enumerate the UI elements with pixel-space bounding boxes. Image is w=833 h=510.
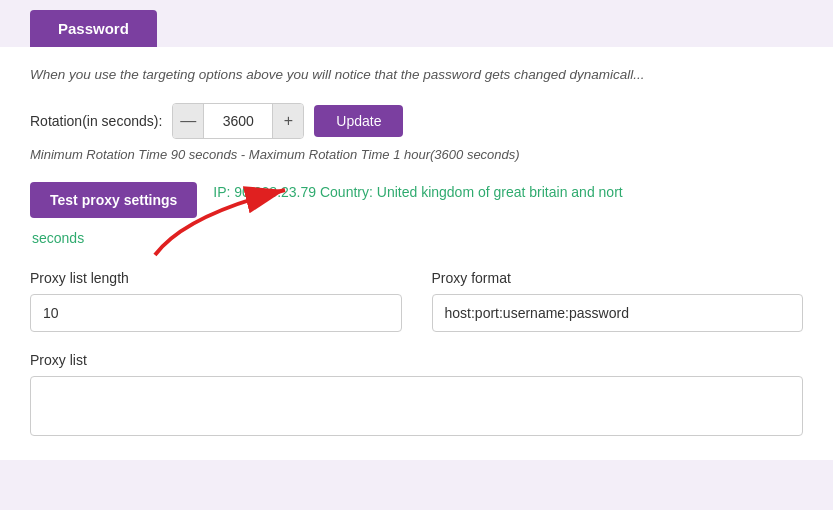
- increment-button[interactable]: +: [273, 104, 303, 138]
- proxy-list-length-group: Proxy list length: [30, 270, 402, 332]
- proxy-format-label: Proxy format: [432, 270, 804, 286]
- proxy-list-length-label: Proxy list length: [30, 270, 402, 286]
- seconds-text: seconds: [30, 230, 84, 246]
- rotation-label: Rotation(in seconds):: [30, 113, 162, 129]
- proxy-list-length-input[interactable]: [30, 294, 402, 332]
- rotation-row: Rotation(in seconds): — + Update: [30, 103, 803, 139]
- tab-password[interactable]: Password: [30, 10, 157, 47]
- arrow-icon: [125, 175, 345, 265]
- rotation-stepper: — +: [172, 103, 304, 139]
- proxy-list-textarea[interactable]: [30, 376, 803, 436]
- proxy-list-section: Proxy list: [30, 352, 803, 440]
- rotation-hint: Minimum Rotation Time 90 seconds - Maxim…: [30, 147, 803, 162]
- proxy-settings-row: Proxy list length Proxy format: [30, 270, 803, 332]
- proxy-format-group: Proxy format: [432, 270, 804, 332]
- proxy-format-input[interactable]: [432, 294, 804, 332]
- proxy-list-label: Proxy list: [30, 352, 803, 368]
- update-button[interactable]: Update: [314, 105, 403, 137]
- description-text: When you use the targeting options above…: [30, 65, 803, 85]
- rotation-input[interactable]: [203, 104, 273, 138]
- tab-bar: Password: [0, 0, 833, 47]
- main-content: When you use the targeting options above…: [0, 47, 833, 460]
- decrement-button[interactable]: —: [173, 104, 203, 138]
